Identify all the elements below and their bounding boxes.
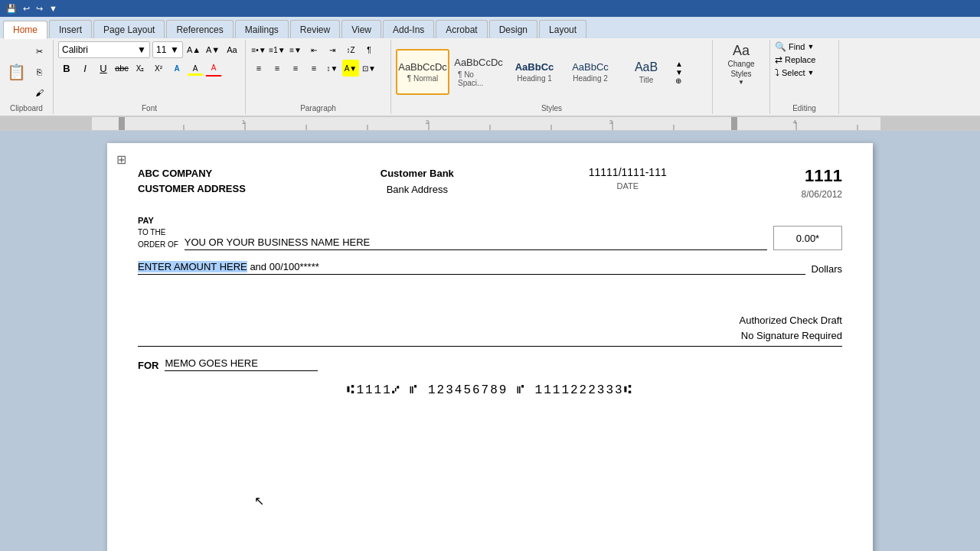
ruler-inner: 1 2 3 4: [0, 117, 980, 130]
clear-format-button[interactable]: Aa: [224, 41, 240, 58]
memo-text: MEMO GOES HERE: [165, 357, 257, 369]
find-label: Find: [789, 42, 805, 51]
italic-button[interactable]: I: [77, 60, 93, 77]
ribbon: 📋 ✂ ⎘ 🖌 Clipboard Calibri ▼ 11 ▼: [0, 38, 980, 117]
strikethrough-button[interactable]: abc: [113, 60, 130, 77]
show-hide-button[interactable]: ¶: [361, 41, 377, 58]
tab-acrobat[interactable]: Acrobat: [436, 20, 487, 38]
bold-button[interactable]: B: [58, 60, 75, 77]
tab-home[interactable]: Home: [3, 21, 47, 39]
bullets-button[interactable]: ≡•▼: [250, 41, 267, 58]
change-styles-icon: Aa: [733, 43, 750, 59]
subscript-button[interactable]: X₂: [132, 60, 149, 77]
style-heading1[interactable]: AaBbCc Heading 1: [508, 49, 561, 95]
tab-references[interactable]: References: [166, 20, 233, 38]
font-size-selector[interactable]: 11 ▼: [152, 41, 183, 58]
find-icon: 🔍: [775, 41, 786, 52]
change-styles-dropdown-icon: ▼: [738, 79, 744, 86]
font-group: Calibri ▼ 11 ▼ A▲ A▼ Aa B I U abc X₂ X² …: [54, 40, 246, 114]
styles-group-label: Styles: [396, 104, 707, 112]
replace-button[interactable]: ⇄ Replace: [775, 54, 815, 65]
font-name-value: Calibri: [62, 44, 88, 55]
change-styles-button[interactable]: Aa Change Styles ▼: [718, 41, 764, 87]
svg-rect-21: [731, 117, 737, 131]
memo-section: FOR MEMO GOES HERE: [138, 356, 842, 371]
pay-label: PAY TO THE ORDER OF: [138, 215, 178, 250]
tab-add-ins[interactable]: Add-Ins: [383, 20, 434, 38]
change-styles-area: Aa Change Styles ▼: [713, 40, 770, 114]
superscript-button[interactable]: X²: [150, 60, 167, 77]
justify-button[interactable]: ≡: [305, 60, 322, 77]
font-color-button[interactable]: A: [205, 60, 222, 77]
ruler: 1 2 3 4: [0, 117, 980, 131]
borders-button[interactable]: ⊡▼: [361, 60, 377, 77]
decrease-font-button[interactable]: A▼: [204, 41, 221, 58]
style-title[interactable]: AaB Title: [619, 49, 673, 95]
styles-scroll-buttons[interactable]: ▲ ▼ ⊕: [675, 60, 683, 85]
tab-layout[interactable]: Layout: [539, 20, 586, 38]
company-address: CUSTOMER ADDRESS: [138, 181, 246, 197]
select-icon: ⤵: [775, 67, 779, 78]
increase-indent-button[interactable]: ⇥: [324, 41, 341, 58]
tab-mailings[interactable]: Mailings: [235, 20, 289, 38]
numbering-button[interactable]: ≡1▼: [269, 41, 286, 58]
align-left-button[interactable]: ≡: [250, 60, 267, 77]
pay-to-name: YOU OR YOUR BUSINESS NAME HERE: [185, 236, 370, 248]
paste-button[interactable]: 📋: [5, 57, 29, 87]
qa-undo[interactable]: ↩: [23, 4, 30, 14]
check-number-area: 1111 8/06/2012: [802, 166, 842, 200]
tab-insert[interactable]: Insert: [49, 20, 92, 38]
change-styles-label: Change Styles: [727, 59, 754, 79]
amount-words-line: ENTER AMOUNT HERE and 00/100*****: [138, 256, 805, 275]
shading-button[interactable]: A▼: [342, 60, 359, 77]
cut-button[interactable]: ✂: [31, 41, 49, 61]
date-label: DATE: [616, 181, 639, 191]
tab-page-layout[interactable]: Page Layout: [93, 20, 165, 38]
underline-button[interactable]: U: [95, 60, 112, 77]
company-info: ABC COMPANY CUSTOMER ADDRESS: [138, 166, 246, 196]
align-center-button[interactable]: ≡: [269, 60, 286, 77]
increase-font-button[interactable]: A▲: [185, 41, 202, 58]
svg-text:1: 1: [242, 119, 246, 126]
amount-words-suffix: and 00/100*****: [247, 261, 319, 272]
copy-button[interactable]: ⎘: [31, 62, 49, 82]
bank-name: Customer Bank: [381, 166, 454, 182]
tab-design[interactable]: Design: [489, 20, 537, 38]
style-normal[interactable]: AaBbCcDc ¶ Normal: [396, 49, 449, 95]
amount-words-text: ENTER AMOUNT HERE and 00/100*****: [138, 261, 319, 272]
micr-text: ⑆1111⑇ ⑈ 123456789 ⑈ 1111222333⑆: [347, 383, 632, 397]
styles-group: AaBbCcDc ¶ Normal AaBbCcDc ¶ No Spaci...…: [391, 40, 713, 114]
routing-area: 11111/1111-111 DATE: [589, 166, 667, 191]
style-no-spacing[interactable]: AaBbCcDc ¶ No Spaci...: [452, 49, 505, 95]
tab-review[interactable]: Review: [290, 20, 340, 38]
font-name-selector[interactable]: Calibri ▼: [58, 41, 150, 58]
page-cross-marker[interactable]: ⊞: [116, 152, 126, 167]
select-label: Select: [782, 68, 805, 77]
tab-view[interactable]: View: [341, 20, 381, 38]
bank-info: Customer Bank Bank Address: [381, 166, 454, 198]
qa-dropdown[interactable]: ▼: [49, 4, 57, 13]
editing-group: 🔍 Find ▼ ⇄ Replace ⤵ Select ▼ Editing: [770, 40, 839, 114]
qa-redo[interactable]: ↪: [36, 4, 43, 14]
routing-number: 11111/1111-111: [589, 166, 667, 178]
style-heading2[interactable]: AaBbCc Heading 2: [564, 49, 617, 95]
replace-icon: ⇄: [775, 54, 782, 65]
memo-line: MEMO GOES HERE: [165, 356, 318, 371]
text-effects-button[interactable]: A: [168, 60, 185, 77]
text-highlight-button[interactable]: A: [187, 60, 204, 77]
line-spacing-button[interactable]: ↕▼: [324, 60, 341, 77]
decrease-indent-button[interactable]: ⇤: [305, 41, 322, 58]
qa-save[interactable]: 💾: [6, 4, 17, 14]
format-painter-button[interactable]: 🖌: [31, 83, 49, 103]
find-button[interactable]: 🔍 Find ▼: [775, 41, 814, 52]
select-button[interactable]: ⤵ Select ▼: [775, 67, 815, 78]
micr-line: ⑆1111⑇ ⑈ 123456789 ⑈ 1111222333⑆: [138, 383, 842, 397]
sort-button[interactable]: ↕Z: [342, 41, 359, 58]
align-right-button[interactable]: ≡: [287, 60, 304, 77]
amount-box: 0.00*: [773, 226, 842, 250]
replace-label: Replace: [785, 55, 815, 64]
multilevel-list-button[interactable]: ≡▼: [287, 41, 304, 58]
amount-words-section: ENTER AMOUNT HERE and 00/100***** Dollar…: [138, 256, 842, 275]
font-size-value: 11: [156, 44, 166, 55]
font-group-label: Font: [58, 104, 240, 112]
